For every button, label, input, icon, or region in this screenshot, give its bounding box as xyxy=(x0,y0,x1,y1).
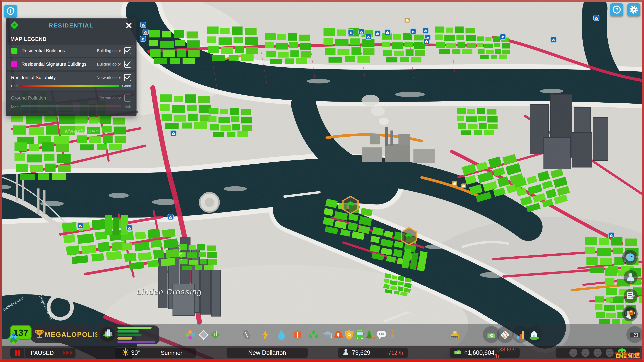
trophy-icon xyxy=(34,329,44,340)
city-info-house-icon xyxy=(529,330,539,340)
scale-min-label: Low xyxy=(11,104,18,109)
radio-button[interactable] xyxy=(622,306,638,322)
tool-areas[interactable] xyxy=(198,330,209,340)
bus-icon xyxy=(355,330,364,340)
tool-police[interactable] xyxy=(344,330,354,340)
tool-transportation[interactable] xyxy=(354,330,365,340)
tool-map-info-views[interactable] xyxy=(500,330,510,340)
tool-city-information[interactable] xyxy=(529,330,540,340)
park-tree-icon xyxy=(366,330,376,340)
pollution-gradient-bar xyxy=(20,105,121,107)
chirper-bird-icon xyxy=(624,251,636,264)
happiness-face-4 xyxy=(605,348,614,357)
money-widget[interactable]: ¢1,600,604 -138,699 /h xyxy=(450,347,520,358)
city-name-pill[interactable]: New Dollarton xyxy=(226,347,308,358)
milestone-grid-icon xyxy=(5,332,22,346)
tool-signature-buildings[interactable] xyxy=(210,330,221,340)
fast-forward-icon xyxy=(63,351,73,355)
medical-star-icon xyxy=(292,330,302,340)
chat-bubble-icon xyxy=(376,330,386,340)
legend-mode-label: Building color xyxy=(97,48,121,53)
citizen-panel-button[interactable] xyxy=(624,270,638,284)
milestone-name: MEGALOPOLIS xyxy=(44,331,100,338)
tool-statistics[interactable] xyxy=(515,330,526,340)
recycle-icon xyxy=(308,330,319,340)
temperature-value: 30° xyxy=(131,349,140,356)
tool-communications[interactable] xyxy=(376,330,387,340)
legend-checkbox[interactable] xyxy=(124,74,131,81)
radio-icon xyxy=(623,307,636,321)
areas-icon xyxy=(198,330,209,340)
legend-row-signature-buildings: Residential Signature Buildings Building… xyxy=(8,58,135,70)
person-icon xyxy=(343,349,349,357)
legend-checkbox[interactable] xyxy=(124,94,131,102)
happiness-face-3 xyxy=(593,348,602,357)
legend-label: Residential Signature Buildings xyxy=(22,61,86,67)
main-toolbar: 137 MEGALOPOLIS xyxy=(2,324,642,346)
district-label: Linden Crossing xyxy=(137,288,202,296)
tool-healthcare[interactable] xyxy=(292,330,303,340)
district-label: Meerhaven xyxy=(65,128,99,135)
tool-garbage[interactable] xyxy=(308,330,319,340)
help-button[interactable]: ? xyxy=(610,3,623,16)
fire-helmet-icon xyxy=(333,330,344,340)
tool-electricity[interactable] xyxy=(260,330,271,340)
scale-max-label: Good xyxy=(122,84,131,88)
journal-button[interactable] xyxy=(624,289,638,303)
legend-row-ground-pollution: Ground Pollution Terrain color Low High xyxy=(8,92,135,111)
money-value: ¢1,600,604 xyxy=(464,349,494,356)
camera-icon xyxy=(630,331,640,339)
tool-fire-rescue[interactable] xyxy=(333,330,344,340)
close-icon xyxy=(126,22,132,29)
tool-photo-mode[interactable] xyxy=(630,330,640,340)
electricity-icon xyxy=(260,330,270,340)
close-button[interactable] xyxy=(125,22,132,29)
money-rate: -138,699 /h xyxy=(494,347,516,359)
map-legend-heading: MAP LEGEND xyxy=(6,32,136,45)
fast-forward-button[interactable] xyxy=(60,348,76,358)
police-shield-icon xyxy=(344,330,354,340)
pause-button[interactable] xyxy=(10,348,24,358)
happiness-face-1 xyxy=(569,348,578,357)
legend-checkbox[interactable] xyxy=(124,47,131,54)
tool-bulldozer[interactable] xyxy=(450,330,460,340)
zoning-icon xyxy=(185,330,195,340)
happiness-face-2 xyxy=(581,348,590,357)
legend-checkbox[interactable] xyxy=(124,61,131,68)
legend-row-residential-buildings: Residential Buildings Building color xyxy=(8,45,135,57)
chirper-button[interactable] xyxy=(622,250,638,265)
tool-landscaping[interactable] xyxy=(388,330,398,340)
population-rate: -712 /h xyxy=(386,350,403,356)
bulldozer-icon xyxy=(450,330,460,340)
tool-roads[interactable] xyxy=(241,330,252,340)
tool-economy[interactable]: ¢ xyxy=(486,330,496,340)
legend-mode-label: Network color xyxy=(96,75,121,80)
xp-bars xyxy=(118,327,156,343)
info-icon xyxy=(6,6,15,16)
settings-button[interactable] xyxy=(627,3,640,16)
svg-text:?: ? xyxy=(615,7,618,12)
legend-label: Residential Buildings xyxy=(22,48,65,53)
simulation-speed-control: PAUSED xyxy=(10,347,76,358)
city-name: New Dollarton xyxy=(248,349,286,356)
sun-icon xyxy=(122,349,129,357)
map-views-icon xyxy=(500,330,510,340)
weather-season-widget[interactable]: 30° Summer xyxy=(115,347,196,358)
panel-title: RESIDENTIAL xyxy=(6,22,136,29)
gear-icon xyxy=(629,5,638,15)
tool-water-sewage[interactable] xyxy=(276,330,287,340)
sim-state-label: PAUSED xyxy=(25,348,60,358)
tool-parks-recreation[interactable] xyxy=(365,330,376,340)
population-widget[interactable]: 73,629 -712 /h xyxy=(338,347,408,358)
panel-header: RESIDENTIAL xyxy=(6,18,136,32)
help-icon: ? xyxy=(612,5,621,15)
citizen-icon xyxy=(626,272,636,282)
legend-mode-label: Building color xyxy=(97,62,121,66)
info-button[interactable] xyxy=(4,5,17,18)
xp-progress-panel[interactable] xyxy=(97,326,159,344)
tool-zoning[interactable] xyxy=(185,330,196,340)
milestone-pill[interactable]: MEGALOPOLIS xyxy=(29,326,92,343)
tool-education[interactable] xyxy=(322,330,333,340)
water-drop-icon xyxy=(277,330,286,340)
economy-money-icon: ¢ xyxy=(486,330,496,340)
